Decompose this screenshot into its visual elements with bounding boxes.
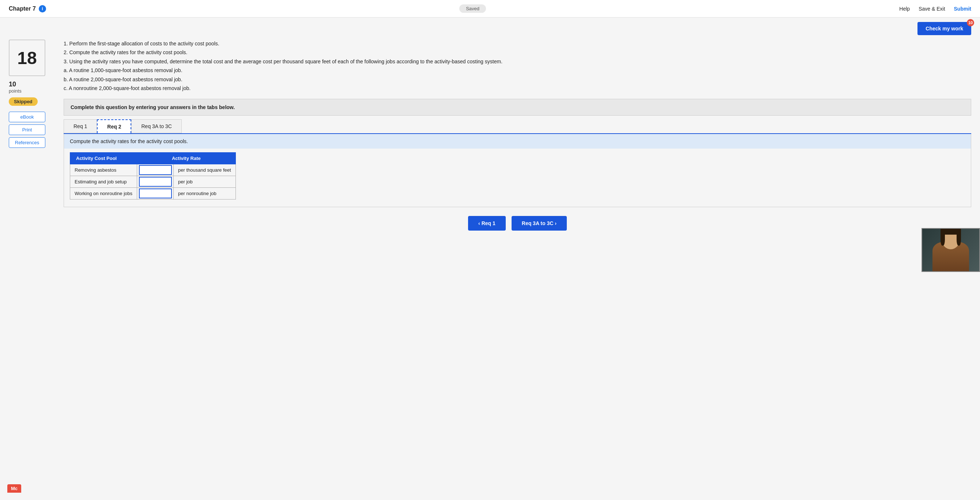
question-line-1: 2. Compute the activity rates for the ac… (64, 48, 971, 56)
question-line-5: c. A nonroutine 2,000-square-foot asbest… (64, 84, 971, 92)
rate-input-cell-0[interactable] (137, 165, 174, 176)
tab-req1[interactable]: Req 1 (64, 119, 97, 133)
saved-badge: Saved (459, 5, 486, 13)
video-person (922, 229, 979, 235)
nav-buttons: ‹ Req 1 Req 3A to 3C › (64, 216, 971, 231)
next-button[interactable]: Req 3A to 3C › (512, 216, 567, 231)
question-text: 1. Perform the first-stage allocation of… (64, 40, 971, 92)
ebook-button[interactable]: eBook (9, 112, 45, 122)
rate-input-cell-1[interactable] (137, 176, 174, 188)
table-row: Removing asbestosper thousand square fee… (70, 165, 236, 176)
rate-input-1[interactable] (139, 177, 172, 187)
activity-table: Activity Cost Pool Activity Rate Removin… (70, 152, 236, 200)
check-work-area: Check my work 10 (0, 18, 980, 35)
tab-content: Compute the activity rates for the activ… (64, 134, 971, 207)
references-button[interactable]: References (9, 137, 45, 148)
table-row: Working on nonroutine jobsper nonroutine… (70, 188, 236, 200)
submit-button[interactable]: Submit (954, 6, 971, 12)
pool-name-2: Working on nonroutine jobs (70, 188, 137, 200)
points-value: 10 (9, 80, 56, 88)
topbar-center: Saved (459, 5, 486, 13)
rate-unit-2: per nonroutine job (174, 188, 236, 200)
main-layout: 18 10 points Skipped eBook Print Referen… (0, 35, 980, 235)
col1-header: Activity Cost Pool (70, 153, 137, 165)
info-icon[interactable]: i (39, 5, 46, 13)
pool-name-0: Removing asbestos (70, 165, 137, 176)
question-line-4: b. A routine 2,000-square-foot asbestos … (64, 75, 971, 83)
table-row: Estimating and job setupper job (70, 176, 236, 188)
rate-unit-0: per thousand square feet (174, 165, 236, 176)
question-line-3: a. A routine 1,000-square-foot asbestos … (64, 66, 971, 74)
rate-input-0[interactable] (139, 165, 172, 175)
chapter-title: Chapter 7 (9, 5, 36, 12)
video-thumbnail (921, 228, 980, 235)
question-number-box: 18 (9, 40, 45, 76)
pool-name-1: Estimating and job setup (70, 176, 137, 188)
question-line-0: 1. Perform the first-stage allocation of… (64, 40, 971, 48)
rate-unit-1: per job (174, 176, 236, 188)
question-line-2: 3. Using the activity rates you have com… (64, 58, 971, 65)
content-area: 1. Perform the first-stage allocation of… (64, 40, 971, 231)
points-label: points (9, 88, 56, 94)
help-link[interactable]: Help (899, 6, 910, 12)
print-button[interactable]: Print (9, 125, 45, 135)
compute-label: Compute the activity rates for the activ… (64, 134, 971, 149)
left-sidebar: 18 10 points Skipped eBook Print Referen… (9, 40, 56, 231)
topbar: Chapter 7 i Saved Help Save & Exit Submi… (0, 0, 980, 18)
tab-req3a3c[interactable]: Req 3A to 3C (131, 119, 181, 133)
topbar-right: Help Save & Exit Submit (899, 6, 971, 12)
tab-req2[interactable]: Req 2 (97, 119, 131, 133)
save-exit-link[interactable]: Save & Exit (919, 6, 945, 12)
prev-button[interactable]: ‹ Req 1 (468, 216, 506, 231)
complete-notice: Complete this question by entering your … (64, 99, 971, 116)
col2-header: Activity Rate (137, 153, 236, 165)
check-my-work-button[interactable]: Check my work 10 (918, 22, 971, 35)
rate-input-2[interactable] (139, 188, 172, 198)
tabs-container: Req 1 Req 2 Req 3A to 3C (64, 119, 971, 134)
topbar-left: Chapter 7 i (9, 5, 46, 13)
question-number: 18 (17, 48, 37, 68)
rate-input-cell-2[interactable] (137, 188, 174, 200)
check-work-badge: 10 (967, 19, 974, 26)
skipped-badge: Skipped (9, 97, 38, 106)
